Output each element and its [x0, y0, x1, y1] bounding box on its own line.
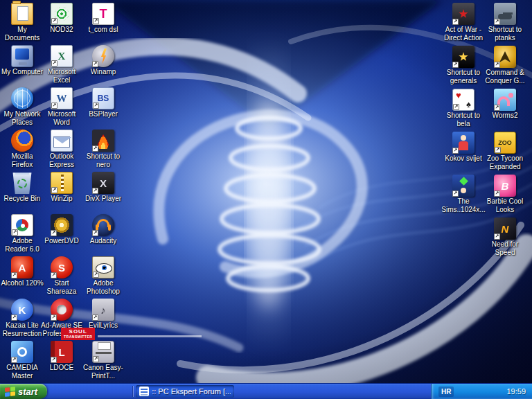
quicklaunch-icon-internet-explorer[interactable]: [64, 386, 75, 397]
app-icon: [494, 218, 516, 240]
desktop-icon-label: Need for Speed Unde...: [483, 240, 527, 257]
desktop-icon-nfs[interactable]: Need for Speed Unde...: [483, 218, 527, 260]
desktop-icon-label: Command & Conquer G...: [483, 69, 527, 85]
desktop-icon-sims[interactable]: The Sims..1024x...: [441, 175, 486, 218]
desktop-icon-label: CAMEDIA Master: [0, 364, 44, 380]
shortcut-arrow-icon: [51, 272, 57, 278]
quicklaunch-icon-winamp[interactable]: [103, 386, 114, 397]
desktop-icon-my-computer[interactable]: My Computer: [0, 45, 44, 87]
desktop-icon-firefox[interactable]: Mozilla Firefox: [0, 130, 44, 172]
desktop-icon-winamp[interactable]: Winamp: [81, 45, 125, 87]
taskbar-window-button[interactable]: :: PC Ekspert Forum [...: [136, 385, 234, 398]
desktop-icon-canon-print[interactable]: Canon Easy-PrintT...: [81, 341, 125, 383]
shortcut-arrow-icon: [452, 62, 459, 68]
desktop-icon-label: Kokov svijet: [444, 154, 482, 163]
app-icon: [11, 130, 33, 152]
shortcut-arrow-icon: [495, 147, 501, 153]
desktop-icon-divx[interactable]: DivX Player: [81, 172, 125, 214]
app-icon: [452, 46, 475, 68]
taskbar-divider: [132, 386, 133, 397]
desktop-icon-label: Worms2: [491, 112, 518, 120]
desktop-icon-kokov[interactable]: Kokov svijet: [441, 132, 486, 175]
desktop-icon-barbie[interactable]: Barbie Cool Looks Fashi...: [483, 175, 527, 218]
desktop-icon-act-of-war[interactable]: Act of War - Direct Action: [441, 3, 486, 46]
tray-icon-network[interactable]: [457, 387, 466, 396]
app-icon: [51, 172, 73, 194]
desktop[interactable]: My Documents My Computer My Network Plac…: [0, 0, 532, 383]
watermark-line1: SOUL: [64, 328, 92, 335]
desktop-icon-worms2[interactable]: Worms2: [483, 89, 527, 132]
quicklaunch-icon-outlook-express[interactable]: [77, 386, 88, 397]
app-icon: [92, 87, 114, 109]
tray-icon-volume[interactable]: [469, 387, 478, 396]
app-icon: [452, 3, 475, 25]
desktop-icon-my-documents[interactable]: My Documents: [0, 3, 44, 45]
desktop-icon-powerdvd[interactable]: PowerDVD: [39, 214, 84, 256]
desktop-icon-ldoce[interactable]: LDOCE: [39, 341, 84, 383]
taskbar-clock[interactable]: 19:59: [506, 387, 526, 396]
desktop-icon-camedia[interactable]: CAMEDIA Master: [0, 341, 44, 383]
desktop-icon-ms-word[interactable]: Microsoft Word: [39, 87, 84, 130]
quicklaunch-icon-firefox[interactable]: [90, 386, 101, 397]
app-icon: [494, 132, 516, 154]
desktop-icon-nod32[interactable]: NOD32: [39, 3, 84, 45]
desktop-icon-alcohol[interactable]: Alcohol 120%: [0, 256, 44, 299]
tray-icon-ati[interactable]: [493, 387, 502, 396]
shortcut-arrow-icon: [51, 187, 57, 193]
desktop-icon-photoshop[interactable]: Adobe Photoshop 5.0: [81, 256, 125, 299]
desktop-icon-nero[interactable]: Shortcut to nero: [81, 130, 125, 172]
tray-icon-antivirus[interactable]: [481, 387, 490, 396]
app-icon: [51, 45, 73, 67]
desktop-icon-my-network[interactable]: My Network Places: [0, 87, 44, 130]
desktop-icon-label: Microsoft Excel: [39, 68, 84, 85]
desktop-icon-kazaa[interactable]: Kazaa Lite Resurrection: [0, 299, 44, 341]
tray-icons: [457, 387, 502, 396]
desktop-icon-label: Shortcut to nero: [81, 152, 125, 169]
app-icon: [51, 341, 73, 363]
desktop-icon-tcom-dsl[interactable]: t_com dsl: [81, 3, 125, 45]
desktop-icon-shareaza[interactable]: Start Shareaza: [39, 256, 84, 299]
shortcut-arrow-icon: [494, 233, 500, 240]
desktop-icon-audacity[interactable]: Audacity: [81, 214, 125, 256]
language-indicator[interactable]: HR: [438, 387, 454, 397]
quicklaunch-icon-show-desktop[interactable]: [51, 386, 62, 397]
app-icon: [92, 299, 114, 321]
quicklaunch-icon-media-player[interactable]: [116, 386, 127, 397]
system-tray: HR 19:59: [431, 384, 532, 399]
desktop-icon-label: BSPlayer: [88, 110, 118, 118]
desktop-icon-bsplayer[interactable]: BSPlayer: [81, 87, 125, 130]
desktop-icon-generals[interactable]: Shortcut to generals: [441, 46, 486, 89]
desktop-icon-label: Recycle Bin: [3, 195, 42, 203]
desktop-icon-label: Canon Easy-PrintT...: [81, 364, 125, 380]
desktop-icon-adobe-reader[interactable]: Adobe Reader 6.0: [0, 214, 44, 256]
desktop-icon-label: My Documents: [0, 26, 44, 42]
desktop-icon-label: Barbie Cool Looks Fashi...: [483, 197, 527, 214]
desktop-icon-winzip[interactable]: WinZip: [39, 172, 84, 214]
shortcut-arrow-icon: [11, 314, 17, 321]
desktop-icon-label: WinZip: [50, 195, 73, 203]
shortcut-arrow-icon: [51, 18, 57, 24]
start-button[interactable]: start: [0, 384, 47, 399]
taskbar-window-title: :: PC Ekspert Forum [...: [152, 387, 231, 396]
app-icon: [51, 87, 73, 109]
app-icon: [51, 130, 73, 152]
desktop-icon-ptanks[interactable]: Shortcut to ptanks: [483, 3, 527, 46]
desktop-icon-label: Winamp: [90, 68, 117, 76]
desktop-icon-ms-excel[interactable]: Microsoft Excel: [39, 45, 84, 87]
desktop-icon-recycle-bin[interactable]: Recycle Bin: [0, 172, 44, 214]
desktop-icon-column-4: Act of War - Direct Action Shortcut to g…: [441, 3, 486, 218]
desktop-icon-bela[interactable]: Shortcut to bela: [441, 89, 486, 132]
shortcut-arrow-icon: [93, 356, 99, 362]
desktop-icon-label: Outlook Express: [39, 152, 84, 169]
app-icon: [494, 175, 516, 197]
shortcut-arrow-icon: [452, 190, 459, 197]
desktop-icon-label: Adobe Photoshop 5.0: [81, 279, 125, 296]
desktop-icon-label: Act of War - Direct Action: [441, 26, 486, 42]
desktop-icon-zoo[interactable]: Zoo Tycoon Expanded: [483, 132, 527, 175]
app-icon: [494, 46, 516, 68]
windows-flag-icon: [5, 387, 15, 397]
desktop-icon-cnc[interactable]: Command & Conquer G...: [483, 46, 527, 89]
app-icon: [452, 89, 475, 111]
desktop-icon-label: Kazaa Lite Resurrection: [0, 321, 44, 338]
desktop-icon-outlook[interactable]: Outlook Express: [39, 130, 84, 172]
